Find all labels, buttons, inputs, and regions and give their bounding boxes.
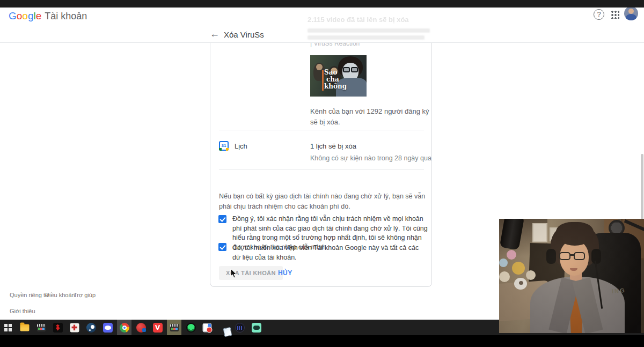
footer-privacy-link[interactable]: Quyền riêng tư: [10, 292, 49, 298]
channel-deletion-note: Kênh của bạn với 1292 người đăng ký sẽ b…: [310, 106, 433, 128]
footer-help-link[interactable]: Trợ giúp: [74, 292, 96, 298]
chrome-icon[interactable]: [117, 320, 131, 335]
webcam-overlay: ING: [499, 219, 644, 333]
delete-account-button[interactable]: XÓA TÀI KHOẢN: [219, 266, 283, 280]
steam-icon[interactable]: [84, 320, 98, 335]
youtube-video-thumbnail: Sao cha không: [310, 55, 367, 97]
translate-icon[interactable]: [200, 320, 214, 335]
notes-icon[interactable]: [216, 320, 231, 335]
page-title: Xóa ViruSs: [224, 30, 264, 39]
discord-icon[interactable]: [100, 320, 115, 335]
red-app-icon[interactable]: [134, 320, 148, 335]
chat-app-icon[interactable]: [249, 320, 264, 335]
dark-dial-icon[interactable]: [232, 320, 247, 335]
vivaldi-icon[interactable]: [150, 320, 165, 335]
screenshot-stage: 2.115 video đã tải lên sẽ bị xóa | ViruS…: [0, 0, 644, 347]
mouse-cursor: [230, 269, 238, 278]
game-center-icon[interactable]: [67, 320, 82, 335]
google-logo[interactable]: GoogleTài khoản: [9, 10, 87, 22]
ghost-text-bar: [308, 28, 430, 33]
help-icon[interactable]: ?: [594, 9, 604, 20]
financial-disclaimer: Nếu bạn có bất kỳ giao dịch tài chính nà…: [219, 191, 427, 212]
media-player-icon[interactable]: [34, 320, 48, 335]
divider: [219, 169, 424, 170]
calendar-service-label: Lịch: [235, 142, 247, 150]
confirm-fees-checkbox[interactable]: [218, 215, 226, 223]
letterbox-bottom: [0, 335, 644, 347]
calendar-events-note: Không có sự kiện nào trong 28 ngày qua: [310, 154, 431, 162]
google-calendar-icon: 31: [219, 141, 229, 151]
thumbnail-accent: [322, 70, 324, 91]
glasses-icon: [351, 67, 358, 72]
color-tone-overlay: [499, 219, 644, 333]
account-avatar[interactable]: [624, 8, 638, 20]
footer-terms-link[interactable]: Điều khoản: [45, 292, 75, 298]
media-player-active-icon[interactable]: [167, 320, 181, 335]
windows-start-icon[interactable]: [1, 320, 15, 335]
confirm-delete-label: Có, tôi muốn xóa vĩnh viễn Tài khoản Goo…: [232, 243, 428, 262]
calendar-delete-summary: 1 lịch sẽ bị xóa: [310, 142, 356, 150]
divider: [219, 130, 424, 130]
file-explorer-icon[interactable]: [17, 320, 32, 335]
garena-icon[interactable]: [50, 320, 65, 335]
footer-about-link[interactable]: Giới thiệu: [10, 308, 35, 314]
confirm-delete-checkbox[interactable]: [218, 243, 226, 251]
green-orb-icon[interactable]: [184, 320, 198, 335]
cancel-button[interactable]: HỦY: [278, 266, 292, 280]
thumbnail-title: Sao cha không: [324, 69, 347, 90]
product-name: Tài khoản: [45, 11, 87, 21]
back-arrow-icon[interactable]: ←: [210, 28, 219, 40]
ghost-text-bar: [308, 35, 425, 40]
ghost-heading: 2.115 video đã tải lên sẽ bị xóa: [308, 16, 436, 24]
letterbox-top: [0, 0, 644, 8]
apps-grid-icon[interactable]: [611, 10, 619, 19]
